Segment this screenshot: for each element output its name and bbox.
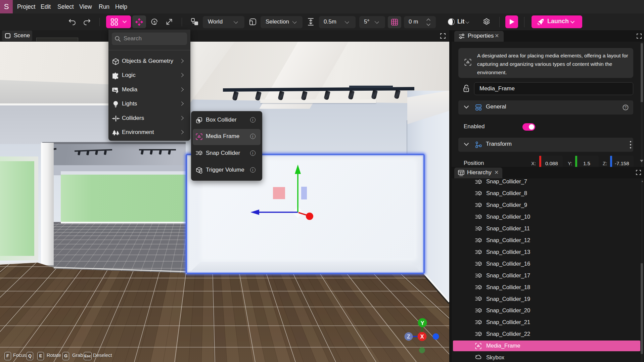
svg-text:Z: Z — [407, 334, 410, 340]
svg-text:?: ? — [625, 105, 627, 109]
svg-text:Y: Y — [421, 320, 424, 326]
svg-text:X: X — [420, 334, 424, 340]
